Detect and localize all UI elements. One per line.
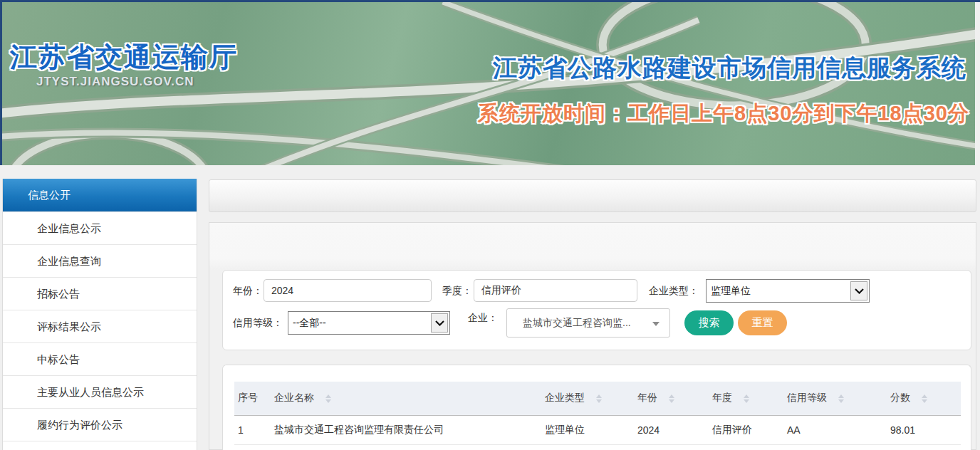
- sidebar-item-performance-evaluation[interactable]: 履约行为评价公示: [3, 408, 197, 441]
- year-label: 年份：: [233, 279, 263, 303]
- cell-company-name: 盐城市交通工程咨询监理有限责任公司: [269, 415, 539, 444]
- site-logo-url: JTYST.JIANGSU.GOV.CN: [36, 75, 194, 89]
- header-banner: 江苏省交通运输厅 JTYST.JIANGSU.GOV.CN 江苏省公路水路建设市…: [0, 2, 975, 165]
- table-row: 1 盐城市交通工程咨询监理有限责任公司 监理单位 2024 信用评价 AA 98…: [234, 415, 961, 444]
- results-table-card: 序号 企业名称 企业类型 年份 年度 信用等级: [222, 365, 971, 450]
- search-form: 年份： 季度： 企业类型： 监理单位 信用等级： --全部-- 企业： 盐城市交…: [222, 270, 971, 350]
- table-header-row: 序号 企业名称 企业类型 年份 年度 信用等级: [234, 382, 961, 415]
- column-header-company-type[interactable]: 企业类型: [539, 382, 632, 415]
- sort-icon[interactable]: [669, 394, 674, 403]
- sidebar-item-company-info-publicity[interactable]: 企业信息公示: [3, 211, 197, 244]
- cell-score: 98.01: [885, 415, 961, 444]
- cell-period: 信用评价: [707, 415, 781, 444]
- sidebar-header-info-disclosure[interactable]: 信息公开: [3, 179, 197, 211]
- sidebar-item-winning-bid-announcement[interactable]: 中标公告: [3, 342, 197, 375]
- sidebar-menu: 信息公开 企业信息公示 企业信息查询 招标公告 评标结果公示 中标公告 主要从业…: [2, 179, 197, 450]
- sort-icon[interactable]: [838, 394, 844, 403]
- column-header-credit-level[interactable]: 信用等级: [781, 382, 885, 415]
- cell-year: 2024: [632, 415, 707, 444]
- sidebar-item-bid-announcement[interactable]: 招标公告: [3, 277, 197, 310]
- breadcrumb-bar: [209, 179, 976, 212]
- quarter-input[interactable]: [474, 279, 637, 302]
- credit-level-label: 信用等级：: [233, 311, 283, 335]
- system-title: 江苏省公路水路建设市场信用信息服务系统: [493, 52, 966, 85]
- company-type-select[interactable]: 监理单位: [706, 279, 870, 303]
- sidebar-item-key-personnel-info[interactable]: 主要从业人员信息公示: [3, 375, 197, 408]
- content-panel: 年份： 季度： 企业类型： 监理单位 信用等级： --全部-- 企业： 盐城市交…: [209, 222, 976, 450]
- chevron-down-icon: [850, 281, 867, 300]
- year-input[interactable]: [264, 279, 432, 302]
- company-selected-value: 盐城市交通工程咨询监...: [523, 309, 631, 337]
- dropdown-arrow-icon: [652, 322, 660, 326]
- sort-icon[interactable]: [744, 394, 749, 403]
- column-header-period[interactable]: 年度: [707, 382, 781, 415]
- sort-icon[interactable]: [596, 394, 602, 403]
- sidebar-item-partial[interactable]: [3, 441, 197, 450]
- sidebar-item-company-info-query[interactable]: 企业信息查询: [3, 244, 197, 277]
- chevron-down-icon: [431, 313, 448, 333]
- reset-button[interactable]: 重置: [738, 310, 787, 335]
- credit-level-selected-value: --全部--: [293, 312, 326, 334]
- column-header-company-name[interactable]: 企业名称: [269, 382, 539, 415]
- company-label: 企业：: [468, 306, 498, 330]
- sort-icon[interactable]: [325, 394, 331, 403]
- search-button[interactable]: 搜索: [684, 310, 734, 335]
- sort-icon[interactable]: [922, 394, 927, 403]
- cell-seq: 1: [234, 415, 269, 444]
- cell-credit-level: AA: [781, 415, 885, 444]
- results-table: 序号 企业名称 企业类型 年份 年度 信用等级: [234, 382, 961, 445]
- cell-company-type: 监理单位: [539, 415, 632, 444]
- sidebar-item-bid-evaluation-result[interactable]: 评标结果公示: [3, 310, 197, 342]
- quarter-label: 季度：: [442, 279, 472, 303]
- column-header-year[interactable]: 年份: [632, 382, 707, 415]
- company-combobox[interactable]: 盐城市交通工程咨询监...: [506, 308, 670, 338]
- company-type-label: 企业类型：: [649, 279, 699, 303]
- credit-level-select[interactable]: --全部--: [288, 311, 450, 335]
- company-type-selected-value: 监理单位: [711, 280, 751, 302]
- site-logo-title: 江苏省交通运输厅: [10, 39, 238, 75]
- column-header-score[interactable]: 分数: [885, 382, 961, 415]
- column-header-seq: 序号: [234, 382, 269, 415]
- system-open-hours-notice: 系统开放时间：工作日上午8点30分到下午18点30分: [478, 100, 969, 128]
